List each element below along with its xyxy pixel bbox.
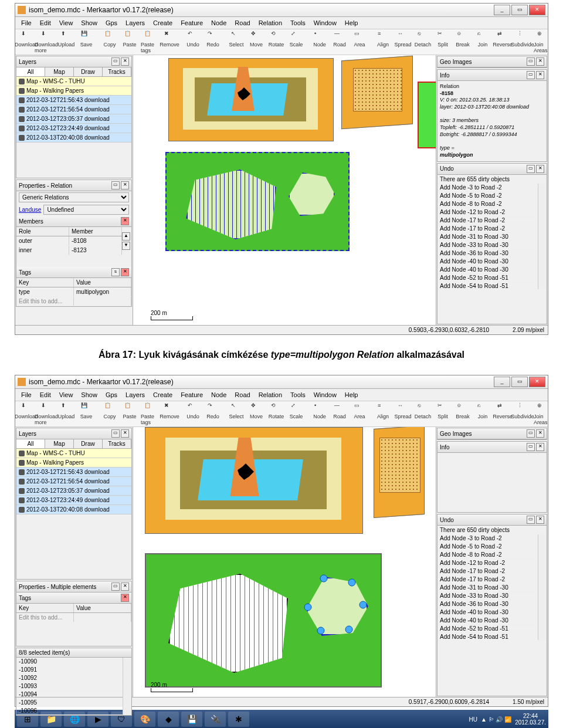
tool-road[interactable]: —Road (331, 31, 348, 53)
menu-window[interactable]: Window (310, 18, 340, 28)
close-button[interactable]: ✕ (529, 5, 545, 15)
tool-save[interactable]: 💾Save (77, 31, 95, 53)
undo-item[interactable]: Add Node -40 to Road -30 (437, 258, 538, 266)
menu-file[interactable]: File (18, 18, 35, 28)
save-icon[interactable]: 💾 (181, 712, 202, 727)
member-row[interactable]: inner-8123 (16, 246, 122, 255)
menu-show[interactable]: Show (77, 390, 101, 399)
tool-download[interactable]: ⬇Download (18, 402, 35, 425)
inkscape-icon[interactable]: ◆ (158, 712, 179, 727)
tool-download[interactable]: ⬇Download (18, 31, 35, 53)
layer-item[interactable]: 2012-03-12T21:56:54 download (16, 105, 131, 114)
undo-item[interactable]: Add Node -40 to Road -30 (437, 608, 538, 617)
menu-tools[interactable]: Tools (287, 18, 309, 28)
tool-node[interactable]: •Node (311, 31, 328, 53)
tab-tracks[interactable]: Tracks (103, 439, 131, 448)
undo-item[interactable]: Add Node -3 to Road -2 (437, 534, 538, 543)
tool-spread[interactable]: ↔Spread (394, 402, 412, 425)
layer-item[interactable]: Map - Walking Papers (16, 458, 131, 468)
scrollbar[interactable] (538, 184, 547, 289)
tab-all[interactable]: All (16, 439, 45, 448)
app-icon[interactable]: 🎨 (134, 712, 155, 727)
menu-feature[interactable]: Feature (177, 390, 206, 399)
menu-help[interactable]: Help (341, 18, 362, 28)
map-canvas[interactable]: 200 m (133, 55, 436, 325)
undo-item[interactable]: Add Node -3 to Road -2 (437, 184, 538, 192)
menu-create[interactable]: Create (150, 390, 176, 399)
maximize-button[interactable]: ▭ (511, 5, 528, 15)
tab-all[interactable]: All (16, 67, 45, 76)
menu-layers[interactable]: Layers (122, 18, 148, 28)
undo-item[interactable]: Add Node -12 to Road -2 (437, 559, 538, 567)
tool-remove[interactable]: ✖Remove (161, 402, 178, 425)
tool-node[interactable]: •Node (311, 402, 328, 425)
menu-window[interactable]: Window (310, 390, 340, 399)
menu-road[interactable]: Road (231, 18, 253, 28)
undo-list[interactable]: Add Node -3 to Road -2Add Node -5 to Roa… (437, 534, 538, 640)
tool-copy[interactable]: 📋Copy (101, 31, 118, 53)
tool-paste[interactable]: 📋Paste (121, 402, 138, 425)
tool-redo[interactable]: ↷Redo (204, 31, 222, 53)
tab-draw[interactable]: Draw (74, 67, 103, 76)
tool-reverse[interactable]: ⇄Reverse (494, 402, 511, 425)
layer-item[interactable]: 2012-03-12T23:05:37 download (16, 486, 131, 496)
layer-item[interactable]: 2012-03-12T23:24:49 download (16, 496, 131, 505)
undo-item[interactable]: Add Node -8 to Road -2 (437, 200, 538, 208)
tool-upload[interactable]: ⬆Upload (57, 402, 75, 425)
tool-upload[interactable]: ⬆Upload (57, 31, 75, 53)
tool-undo[interactable]: ↶Undo (184, 31, 202, 53)
tool-split[interactable]: ✂Split (434, 402, 452, 425)
tab-map[interactable]: Map (45, 439, 74, 448)
panel-close-button[interactable]: ✕ (121, 181, 129, 189)
layer-item[interactable]: 2012-03-12T21:56:43 download (16, 96, 131, 105)
menu-node[interactable]: Node (208, 390, 230, 399)
tool-break[interactable]: ⎊Break (454, 31, 472, 53)
menu-edit[interactable]: Edit (36, 390, 55, 399)
tool-copy[interactable]: 📋Copy (101, 402, 118, 425)
float-button[interactable]: ▭ (111, 57, 120, 66)
tool-spread[interactable]: ↔Spread (394, 31, 412, 53)
map-canvas[interactable]: 200 m (133, 427, 436, 697)
usb-icon[interactable]: 🔌 (205, 712, 226, 727)
undo-item[interactable]: Add Node -5 to Road -2 (437, 192, 538, 200)
undo-list[interactable]: Add Node -3 to Road -2Add Node -5 to Roa… (437, 184, 538, 289)
minimize-button[interactable]: _ (494, 5, 510, 15)
remove-button[interactable]: ✕ (121, 217, 129, 225)
layer-item[interactable]: Map - WMS-C - TUHU (16, 77, 131, 86)
layer-item[interactable]: Map - WMS-C - TUHU (16, 449, 131, 458)
relation-combo[interactable]: Generic Relations (19, 192, 129, 202)
undo-item[interactable]: Add Node -17 to Road -2 (437, 575, 538, 584)
selection-item[interactable]: -10092 (16, 674, 123, 682)
tool-road[interactable]: —Road (331, 402, 348, 425)
tool-select[interactable]: ↖Select (228, 402, 245, 425)
minimize-button[interactable]: _ (494, 377, 510, 387)
tool-redo[interactable]: ↷Redo (204, 402, 222, 425)
tool-subdivide[interactable]: ⋮Subdivide (514, 31, 531, 53)
menu-road[interactable]: Road (231, 390, 253, 399)
landuse-combo[interactable]: Undefined (43, 205, 129, 215)
undo-item[interactable]: Add Node -33 to Road -30 (437, 592, 538, 600)
landuse-link[interactable]: Landuse (19, 206, 41, 213)
menu-file[interactable]: File (18, 390, 35, 399)
layer-item[interactable]: 2012-03-13T20:40:08 download (16, 133, 131, 143)
tool-join[interactable]: ⎌Join (474, 31, 491, 53)
tool-select[interactable]: ↖Select (228, 31, 245, 53)
tool-area[interactable]: ▭Area (351, 31, 368, 53)
tool-break[interactable]: ⎊Break (454, 402, 472, 425)
layer-item[interactable]: 2012-03-12T23:24:49 download (16, 124, 131, 133)
selection-item[interactable]: -10093 (16, 682, 123, 690)
undo-item[interactable]: Add Node -31 to Road -30 (437, 233, 538, 241)
tool-split[interactable]: ✂Split (434, 31, 452, 53)
undo-item[interactable]: Add Node -40 to Road -30 (437, 617, 538, 625)
menu-view[interactable]: View (56, 18, 77, 28)
undo-item[interactable]: Add Node -33 to Road -30 (437, 241, 538, 249)
undo-item[interactable]: Add Node -54 to Road -51 (437, 633, 538, 640)
tool-download-more[interactable]: ⬇Download more (38, 31, 55, 53)
float-button[interactable]: ▭ (111, 181, 120, 189)
splat-icon[interactable]: ✱ (228, 712, 249, 727)
tool-align[interactable]: ≡Align (374, 402, 392, 425)
move-up-button[interactable]: ▲ (122, 232, 130, 241)
tool-area[interactable]: ▭Area (351, 402, 368, 425)
tool-paste-tags[interactable]: 📋Paste tags (141, 31, 158, 53)
undo-item[interactable]: Add Node -40 to Road -30 (437, 266, 538, 274)
